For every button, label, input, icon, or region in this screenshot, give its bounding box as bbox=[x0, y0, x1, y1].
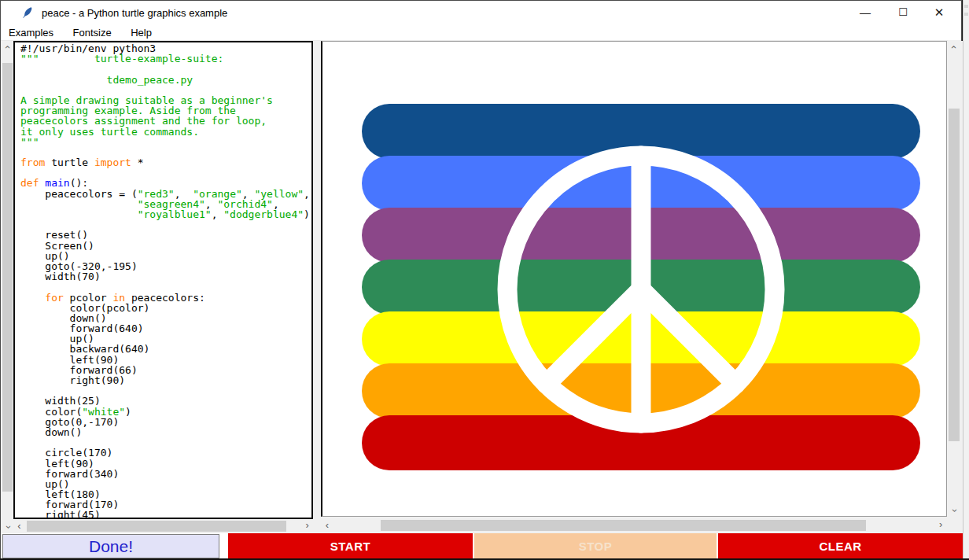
peace-drawing bbox=[322, 42, 947, 516]
code-line: width(70) bbox=[20, 271, 310, 282]
canvas-vscroll-thumb[interactable] bbox=[949, 109, 960, 441]
canvas-frame: ‹ ‹ ‹ ‹ bbox=[319, 41, 963, 533]
code-line: """ bbox=[20, 137, 310, 147]
close-button[interactable]: ✕ bbox=[922, 1, 956, 24]
editor-hscroll-thumb[interactable] bbox=[27, 521, 286, 532]
scroll-left-icon[interactable]: ‹ bbox=[321, 519, 333, 532]
turtle-canvas bbox=[321, 41, 947, 517]
canvas-vscrollbar[interactable]: ‹ ‹ bbox=[947, 41, 961, 517]
clear-button[interactable]: CLEAR bbox=[718, 533, 963, 559]
code-text: #!/usr/bin/env python3""" turtle-example… bbox=[20, 43, 310, 519]
canvas-hscroll-thumb[interactable] bbox=[381, 520, 866, 531]
tk-feather-icon bbox=[21, 6, 34, 19]
maximize-button[interactable]: ☐ bbox=[886, 1, 920, 24]
background-window-sliver bbox=[963, 0, 969, 558]
menu-examples[interactable]: Examples bbox=[1, 24, 61, 39]
menu-help[interactable]: Help bbox=[123, 24, 160, 39]
scroll-right-icon[interactable]: ‹ bbox=[301, 520, 313, 532]
editor-vscroll-thumb[interactable] bbox=[2, 63, 13, 492]
minimize-button[interactable]: — bbox=[848, 1, 882, 24]
canvas-hscrollbar[interactable]: ‹ ‹ bbox=[321, 519, 947, 532]
scroll-up-icon[interactable]: ‹ bbox=[948, 40, 960, 54]
code-line: tdemo_peace.py bbox=[20, 75, 310, 85]
menu-fontsize[interactable]: Fontsize bbox=[65, 24, 120, 39]
menu-bar: Examples Fontsize Help bbox=[1, 24, 961, 41]
start-button[interactable]: START bbox=[228, 533, 473, 559]
code-line: down() bbox=[20, 427, 310, 437]
app-window: peace - a Python turtle graphics example… bbox=[0, 0, 962, 558]
code-editor[interactable]: #!/usr/bin/env python3""" turtle-example… bbox=[13, 41, 313, 519]
scroll-down-icon[interactable]: ‹ bbox=[948, 503, 960, 518]
editor-vscrollbar[interactable]: ‹ ‹ bbox=[2, 41, 13, 533]
scroll-down-icon[interactable]: ‹ bbox=[2, 521, 14, 533]
scroll-left-icon[interactable]: ‹ bbox=[13, 520, 25, 532]
main-area: ‹ ‹ #!/usr/bin/env python3""" turtle-exa… bbox=[1, 41, 961, 533]
status-row: Done! START STOP CLEAR bbox=[1, 533, 961, 559]
code-line: from turtle import * bbox=[20, 157, 310, 168]
scroll-right-icon[interactable]: ‹ bbox=[934, 519, 947, 532]
window-title: peace - a Python turtle graphics example bbox=[42, 7, 227, 19]
scroll-up-icon[interactable]: ‹ bbox=[2, 42, 14, 53]
code-line: """ turtle-example-suite: bbox=[20, 53, 310, 64]
code-line: right(90) bbox=[20, 375, 310, 385]
status-label: Done! bbox=[2, 534, 219, 558]
title-bar: peace - a Python turtle graphics example… bbox=[1, 1, 961, 24]
code-line: "royalblue1", "dodgerblue4") bbox=[20, 209, 310, 219]
code-line: right(45) bbox=[20, 510, 310, 519]
editor-hscrollbar[interactable]: ‹ ‹ bbox=[13, 520, 313, 533]
stop-button[interactable]: STOP bbox=[474, 533, 717, 559]
code-line: it only uses turtle commands. bbox=[20, 127, 310, 137]
